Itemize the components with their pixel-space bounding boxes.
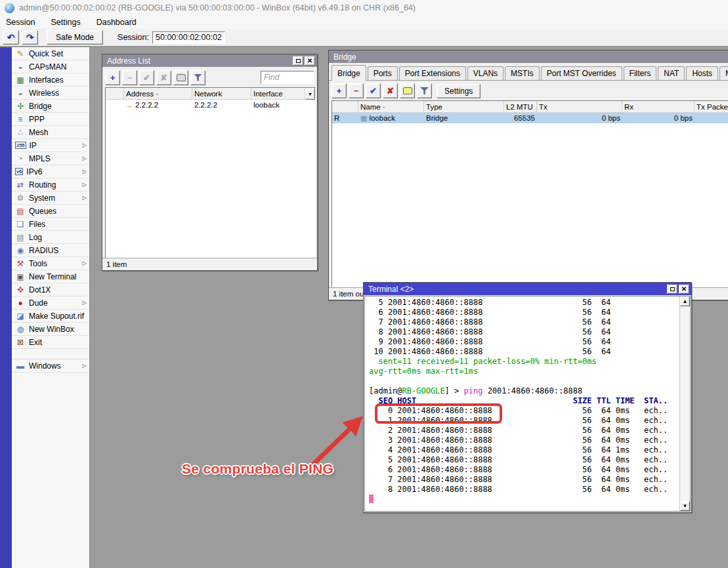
- bridge-enable-button[interactable]: ✔: [366, 83, 381, 98]
- sidebar-item-ip[interactable]: 255IP▷: [12, 139, 89, 152]
- tab-vlans[interactable]: VLANs: [467, 66, 503, 80]
- terminal-titlebar[interactable]: Terminal <2> ✕: [364, 283, 691, 295]
- maximize-button[interactable]: [667, 285, 677, 294]
- address-list-disable-button[interactable]: ✘: [156, 70, 171, 85]
- tab-port-extensions[interactable]: Port Extensions: [399, 66, 466, 80]
- submenu-arrow-icon: ▷: [83, 182, 87, 188]
- menu-settings[interactable]: Settings: [51, 18, 80, 27]
- bridge-toolbar: +−✔✘ Settings: [329, 81, 728, 100]
- sidebar-item-make-supout-rif[interactable]: ◪Make Supout.rif: [12, 310, 89, 323]
- sidebar-item-mpls[interactable]: ◔MPLS▷: [12, 152, 89, 165]
- column-header-network[interactable]: Network: [192, 88, 251, 100]
- sidebar-item-files[interactable]: ❏Files: [12, 218, 89, 231]
- column-header-flags[interactable]: [332, 101, 358, 113]
- sidebar-item-queues[interactable]: ▤Queues: [12, 205, 89, 218]
- sidebar-item-tools[interactable]: ⚒Tools▷: [12, 257, 89, 270]
- sidebar-item-system[interactable]: ⚙System▷: [12, 192, 89, 205]
- column-header-tx[interactable]: Tx: [537, 101, 622, 113]
- redo-icon: ↷: [26, 32, 34, 43]
- sidebar-item-quick-set[interactable]: ✎Quick Set: [12, 47, 89, 60]
- dude-icon: ●: [15, 299, 26, 307]
- table-row[interactable]: R▦loobackBridge655350 bps0 bps: [332, 113, 728, 123]
- column-header-address[interactable]: Address▲: [124, 88, 192, 100]
- address-list-comment-button[interactable]: [173, 70, 188, 85]
- terminal-scrollbar[interactable]: ▲ ▼: [679, 296, 690, 511]
- address-list-remove-button[interactable]: −: [122, 70, 137, 85]
- sidebar-item-ipv6[interactable]: v6IPv6▷: [12, 165, 89, 178]
- winbox-app: admin@50:00:00:02:00:02 (RB-GOOGLE) via …: [0, 0, 728, 568]
- window-title: Address List: [107, 56, 150, 66]
- column-header-rx[interactable]: Rx: [622, 101, 695, 113]
- bridge-tabs: BridgePortsPort ExtensionsVLANsMSTIsPort…: [329, 64, 728, 81]
- undo-button[interactable]: ↶: [3, 30, 19, 45]
- session-field[interactable]: 50:00:00:02:00:02: [152, 31, 225, 44]
- sidebar-item-label: Windows: [29, 361, 61, 371]
- sidebar-item-new-terminal[interactable]: ▣New Terminal: [12, 270, 89, 283]
- column-header-tx-packet[interactable]: Tx Packet: [695, 101, 728, 113]
- address-list-filter-button[interactable]: [190, 70, 205, 85]
- radius-icon: ◉: [15, 247, 26, 254]
- sidebar-item-log[interactable]: ▤Log: [12, 231, 89, 244]
- sidebar-item-ppp[interactable]: ≡PPP: [12, 113, 89, 126]
- column-header-interface[interactable]: Interface: [251, 88, 305, 100]
- sidebar-item-label: RADIUS: [29, 246, 58, 255]
- files-icon: ❏: [15, 220, 26, 228]
- tab-ports[interactable]: Ports: [368, 66, 398, 80]
- address-list-add-button[interactable]: +: [105, 70, 120, 85]
- bridge-remove-button[interactable]: −: [349, 83, 364, 98]
- scroll-down-button[interactable]: ▼: [680, 501, 690, 511]
- column-header-name[interactable]: Name▲: [358, 101, 424, 113]
- sidebar-item-exit[interactable]: ⊠Exit: [12, 336, 89, 349]
- sidebar-item-bridge[interactable]: ✣Bridge: [12, 100, 89, 113]
- sidebar-item-mesh[interactable]: ∴Mesh: [12, 126, 89, 139]
- sidebar-item-capsman[interactable]: ◒CAPsMAN: [12, 60, 89, 73]
- bridge-comment-button[interactable]: [400, 83, 415, 98]
- menu-session[interactable]: Session: [6, 18, 35, 27]
- sidebar-item-label: New Terminal: [29, 272, 76, 281]
- redo-button[interactable]: ↷: [22, 30, 38, 45]
- sidebar-item-windows[interactable]: ▬Windows▷: [12, 359, 89, 373]
- scroll-up-button[interactable]: ▲: [680, 296, 690, 306]
- sidebar-item-dude[interactable]: ●Dude▷: [12, 296, 89, 310]
- tab-mdb[interactable]: MDB: [719, 66, 728, 80]
- menu-dashboard[interactable]: Dashboard: [96, 18, 137, 27]
- sidebar-item-label: Quick Set: [29, 49, 63, 58]
- close-button[interactable]: ✕: [305, 56, 315, 66]
- bridge-filter-button[interactable]: [417, 83, 432, 98]
- tab-filters[interactable]: Filters: [624, 66, 657, 80]
- terminal-line: 7 2001:4860:4860::8888 56 64 0ms ech..: [369, 475, 678, 485]
- tab-port-mst-overrides[interactable]: Port MST Overrides: [541, 66, 622, 80]
- column-header-l2-mtu[interactable]: L2 MTU: [504, 101, 537, 113]
- tab-nat[interactable]: NAT: [658, 66, 685, 80]
- bridge-disable-button[interactable]: ✘: [383, 83, 398, 98]
- tab-hosts[interactable]: Hosts: [686, 66, 718, 80]
- column-options-button[interactable]: ▼: [305, 88, 315, 100]
- address-list-titlebar[interactable]: Address List ✕: [102, 54, 317, 67]
- table-row[interactable]: ↔2.2.2.22.2.2.2looback: [106, 100, 315, 110]
- column-header-flags[interactable]: [106, 88, 124, 100]
- bridge-add-button[interactable]: +: [332, 83, 347, 98]
- sidebar-item-wireless[interactable]: ◒Wireless: [12, 87, 89, 100]
- sidebar-item-label: PPP: [29, 115, 45, 124]
- bridge-titlebar[interactable]: Bridge: [329, 51, 728, 63]
- column-header-type[interactable]: Type: [424, 101, 504, 113]
- maximize-button[interactable]: [293, 56, 303, 66]
- ip-icon: 255: [15, 142, 26, 149]
- bridge-window: Bridge BridgePortsPort ExtensionsVLANsMS…: [328, 50, 728, 300]
- settings-button[interactable]: Settings: [437, 84, 481, 98]
- sidebar-item-dot1x[interactable]: ✜Dot1X: [12, 283, 89, 296]
- filter-icon: [194, 74, 202, 81]
- sidebar-item-new-winbox[interactable]: ◍New WinBox: [12, 323, 89, 336]
- find-input[interactable]: [261, 71, 314, 84]
- sidebar-item-interfaces[interactable]: ▦Interfaces: [12, 73, 89, 87]
- tab-mstis[interactable]: MSTIs: [505, 66, 540, 80]
- close-button[interactable]: ✕: [679, 285, 689, 294]
- address-list-enable-button[interactable]: ✔: [139, 70, 154, 85]
- sidebar-item-radius[interactable]: ◉RADIUS: [12, 244, 89, 257]
- app-title: admin@50:00:00:02:00:02 (RB-GOOGLE) via …: [19, 3, 416, 12]
- sidebar-item-routing[interactable]: ⇄Routing▷: [12, 178, 89, 192]
- safe-mode-button[interactable]: Safe Mode: [47, 30, 103, 45]
- sidebar-item-label: Files: [29, 220, 45, 229]
- tab-bridge[interactable]: Bridge: [332, 65, 366, 81]
- sidebar-item-label: Log: [29, 233, 42, 242]
